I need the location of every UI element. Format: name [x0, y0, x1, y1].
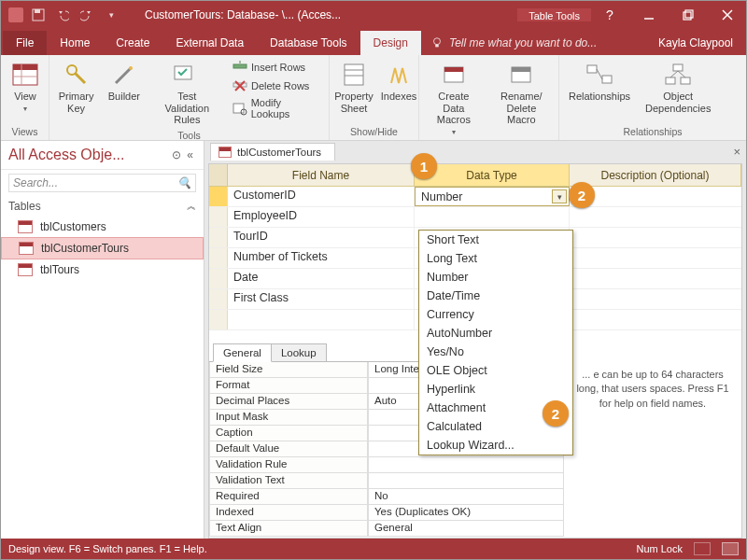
- nav-menu-dropdown-icon[interactable]: ⊙: [169, 148, 184, 161]
- props-tab-general[interactable]: General: [213, 343, 272, 362]
- tab-external-data[interactable]: External Data: [162, 31, 257, 55]
- dropdown-option[interactable]: Lookup Wizard...: [419, 436, 572, 455]
- description-cell[interactable]: [570, 248, 741, 268]
- tab-design[interactable]: Design: [360, 31, 421, 55]
- delete-rows-button[interactable]: Delete Rows: [231, 77, 323, 94]
- col-data-type[interactable]: Data Type: [415, 164, 570, 186]
- restore-button[interactable]: [669, 1, 707, 29]
- col-field-name[interactable]: Field Name: [228, 164, 415, 186]
- property-value[interactable]: [368, 473, 564, 489]
- datasheet-view-button[interactable]: [694, 542, 711, 555]
- qat-redo-icon[interactable]: [78, 6, 96, 24]
- row-selector[interactable]: [209, 269, 228, 288]
- qat-undo-icon[interactable]: [53, 6, 72, 24]
- design-view-button[interactable]: [722, 542, 739, 555]
- document-tab[interactable]: tblCustomerTours: [210, 143, 335, 161]
- property-name: Decimal Places: [209, 394, 368, 410]
- row-selector[interactable]: [209, 248, 228, 268]
- row-selector[interactable]: [209, 289, 228, 309]
- dropdown-option[interactable]: AutoNumber: [419, 324, 572, 343]
- primary-key-button[interactable]: Primary Key: [55, 59, 97, 116]
- row-selector[interactable]: [209, 187, 228, 206]
- window-title: CustomerTours: Database- \... (Acces...: [128, 8, 508, 21]
- qat-customize-icon[interactable]: ▾: [102, 6, 120, 24]
- tell-me-search[interactable]: Tell me what you want to do...: [421, 31, 606, 55]
- dropdown-option[interactable]: Long Text: [419, 249, 572, 268]
- dropdown-option[interactable]: Yes/No: [419, 343, 572, 361]
- builder-button[interactable]: Builder: [105, 59, 144, 105]
- row-selector[interactable]: [209, 207, 228, 227]
- qat-save-icon[interactable]: [29, 6, 48, 24]
- field-name-cell[interactable]: EmployeeID: [228, 207, 415, 227]
- object-dependencies-button[interactable]: Object Dependencies: [641, 59, 714, 116]
- dropdown-option[interactable]: Number: [419, 268, 572, 287]
- nav-title[interactable]: All Access Obje...: [8, 147, 169, 163]
- property-value[interactable]: Yes (Duplicates OK): [368, 505, 564, 521]
- property-row[interactable]: Validation Rule: [209, 457, 564, 473]
- row-selector[interactable]: [209, 228, 228, 247]
- field-name-cell[interactable]: CustomerID: [228, 187, 415, 206]
- description-cell[interactable]: [570, 228, 741, 247]
- nav-item-tblcustomers[interactable]: tblCustomers: [1, 217, 204, 237]
- field-name-cell[interactable]: TourID: [228, 228, 415, 247]
- svg-line-14: [75, 73, 85, 83]
- field-name-cell[interactable]: Date: [228, 269, 415, 288]
- property-row[interactable]: RequiredNo: [209, 489, 564, 505]
- description-cell[interactable]: [570, 289, 741, 309]
- field-name-cell[interactable]: First Class: [228, 289, 415, 309]
- nav-collapse-icon[interactable]: «: [184, 148, 196, 161]
- insert-rows-button[interactable]: Insert Rows: [231, 59, 323, 76]
- modify-lookups-button[interactable]: Modify Lookups: [231, 96, 323, 120]
- dropdown-option[interactable]: Date/Time: [419, 287, 572, 305]
- nav-item-tbltours[interactable]: tblTours: [1, 259, 204, 280]
- dependencies-icon: [664, 61, 692, 89]
- data-type-cell[interactable]: Number▾: [415, 187, 570, 206]
- field-row[interactable]: EmployeeID: [209, 207, 741, 228]
- dropdown-option[interactable]: Short Text: [419, 231, 572, 249]
- property-name: Input Mask: [209, 410, 368, 426]
- group-showhide-label: Show/Hide: [335, 124, 413, 140]
- col-description[interactable]: Description (Optional): [570, 164, 741, 186]
- test-validation-button[interactable]: Test Validation Rules: [151, 59, 223, 128]
- indexes-button[interactable]: Indexes: [380, 59, 417, 105]
- close-button[interactable]: [709, 1, 746, 29]
- relationships-button[interactable]: Relationships: [565, 59, 634, 105]
- create-data-macros-button[interactable]: Create Data Macros ▾: [425, 59, 483, 138]
- svg-rect-25: [345, 64, 363, 85]
- help-button[interactable]: ?: [591, 1, 628, 29]
- view-button[interactable]: View ▾: [7, 59, 44, 115]
- tab-database-tools[interactable]: Database Tools: [257, 31, 360, 55]
- description-cell[interactable]: [570, 207, 741, 227]
- dropdown-caret-icon[interactable]: ▾: [552, 189, 567, 203]
- property-value[interactable]: General: [368, 521, 564, 537]
- field-name-cell[interactable]: Number of Tickets: [228, 248, 415, 268]
- tab-create[interactable]: Create: [103, 31, 162, 55]
- tab-home[interactable]: Home: [47, 31, 103, 55]
- minimize-button[interactable]: [630, 1, 668, 29]
- tab-file[interactable]: File: [3, 31, 47, 55]
- property-value[interactable]: [368, 457, 564, 473]
- nav-category-tables[interactable]: Tables ︽: [1, 196, 204, 217]
- field-row[interactable]: CustomerIDNumber▾: [209, 187, 741, 207]
- nav-item-tblcustomertours[interactable]: tblCustomerTours: [1, 237, 204, 259]
- data-type-cell[interactable]: [415, 207, 570, 227]
- nav-search-input[interactable]: Search... 🔍: [8, 174, 196, 192]
- dropdown-option[interactable]: Currency: [419, 305, 572, 324]
- property-name: Default Value: [209, 441, 368, 457]
- description-cell[interactable]: [570, 269, 741, 288]
- dropdown-option[interactable]: OLE Object: [419, 361, 572, 380]
- user-name[interactable]: Kayla Claypool: [645, 31, 746, 55]
- property-value[interactable]: No: [368, 489, 564, 505]
- property-row[interactable]: Validation Text: [209, 473, 564, 489]
- close-document-button[interactable]: ×: [733, 145, 740, 159]
- rename-delete-macro-button[interactable]: Rename/ Delete Macro: [490, 59, 553, 128]
- dropdown-option[interactable]: Hyperlink: [419, 380, 572, 399]
- property-sheet-button[interactable]: Property Sheet: [335, 59, 373, 116]
- rename-macro-icon: [507, 61, 535, 89]
- props-tab-lookup[interactable]: Lookup: [271, 343, 327, 362]
- navigation-pane: All Access Obje... ⊙ « Search... 🔍 Table…: [1, 141, 204, 539]
- description-cell[interactable]: [570, 187, 741, 206]
- property-row[interactable]: Text AlignGeneral: [209, 521, 564, 537]
- lookup-icon: [233, 101, 247, 116]
- property-row[interactable]: IndexedYes (Duplicates OK): [209, 505, 564, 521]
